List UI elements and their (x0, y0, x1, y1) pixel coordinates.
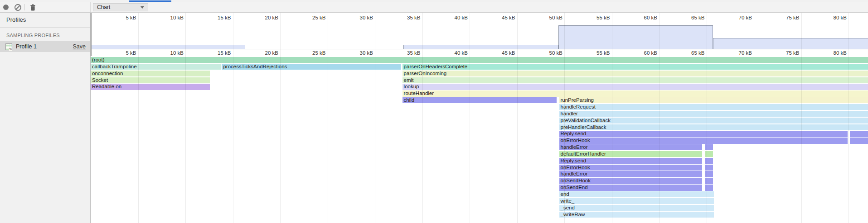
overview-ruler-tick: 60 kB (626, 15, 657, 20)
profile-name: Profile 1 (16, 43, 73, 50)
flamechart-ruler-tick: 10 kB (152, 50, 184, 56)
overview-memory-segment (713, 38, 868, 49)
flamechart-ruler-tick: 75 kB (768, 50, 800, 56)
flamechart-canvas: (root)callbackTrampolineprocessTicksAndR… (91, 57, 868, 223)
flame-bar[interactable] (705, 165, 713, 171)
flame-bar[interactable]: handleError (559, 171, 703, 177)
profiles-sidebar: Profiles SAMPLING PROFILES Profile 1 Sav… (0, 13, 91, 223)
clear-all-profiles-button[interactable] (12, 2, 24, 12)
record-icon (3, 5, 9, 10)
flame-bar[interactable]: defaultErrorHandler (559, 151, 703, 157)
sampling-profiles-section-title: SAMPLING PROFILES (0, 28, 90, 41)
overview-ruler-tick: 70 kB (720, 15, 752, 20)
flame-bar[interactable] (705, 171, 713, 177)
devtools-memory-sampling-profile: { "tab_strip": { "active_indicator_color… (0, 0, 868, 223)
flame-bar[interactable]: (root) (91, 57, 868, 63)
flame-bar[interactable]: end (559, 191, 714, 197)
overview-ruler-tick: 25 kB (294, 15, 326, 20)
overview-ruler-tick: 10 kB (152, 15, 184, 20)
content: Profiles SAMPLING PROFILES Profile 1 Sav… (0, 13, 868, 223)
flame-bar[interactable]: onSendEnd (559, 185, 703, 190)
tab-strip (0, 0, 868, 2)
overview-ruler-tick: 55 kB (578, 15, 610, 20)
flame-bar[interactable]: handleError (559, 144, 703, 150)
profiler-toolbar: Chart (0, 2, 868, 13)
trash-icon (30, 4, 36, 11)
flame-bar[interactable] (705, 178, 713, 184)
flamechart-ruler-tick: 80 kB (815, 50, 847, 56)
sidebar-item-profile-1[interactable]: Profile 1 Save (0, 41, 90, 52)
flame-bar[interactable]: Readable.on (91, 84, 210, 90)
overview-ruler-tick: 35 kB (389, 15, 421, 20)
flamechart-ruler-tick: 70 kB (720, 50, 752, 56)
overview-memory-segment (91, 45, 245, 49)
flame-bar[interactable]: onSendHook (559, 178, 703, 184)
overview-memory-segment (558, 25, 713, 49)
overview-ruler-tick: 20 kB (247, 15, 278, 20)
flame-bar[interactable] (705, 158, 713, 164)
flame-bar[interactable]: callbackTrampoline (91, 64, 221, 70)
flame-bar[interactable]: emit (402, 77, 868, 83)
flame-bar[interactable]: _writeRaw (559, 212, 714, 218)
view-mode-select[interactable]: Chart (93, 3, 148, 11)
toolbar-left-section (0, 2, 91, 12)
overview-ruler-tick: 65 kB (673, 15, 705, 20)
flame-bar[interactable]: preValidationCallback (559, 118, 868, 123)
flame-bar[interactable]: child (402, 97, 557, 103)
active-tab-indicator (129, 0, 171, 2)
overview-memory-segment (403, 45, 559, 49)
flame-bar[interactable]: _send (559, 205, 714, 211)
toolbar-main-section: Chart (91, 2, 868, 12)
flamechart-ruler-tick: 5 kB (105, 50, 136, 56)
overview-ruler-tick: 30 kB (341, 15, 373, 20)
flamechart-ruler: 5 kB10 kB15 kB20 kB25 kB30 kB35 kB40 kB4… (91, 49, 868, 57)
flame-bar[interactable]: parserOnIncoming (402, 71, 868, 76)
memory-overview-pane[interactable]: 5 kB10 kB15 kB20 kB25 kB30 kB35 kB40 kB4… (91, 13, 868, 49)
toolbar-separator (24, 4, 25, 10)
flamechart-ruler-tick: 30 kB (341, 50, 373, 56)
flame-bar[interactable]: onErrorHook (559, 165, 703, 171)
flame-bar[interactable] (705, 185, 713, 190)
overview-ruler-tick: 15 kB (199, 15, 231, 20)
flamechart-ruler-tick: 25 kB (294, 50, 326, 56)
flamechart-ruler-tick: 65 kB (673, 50, 705, 56)
flame-bar[interactable]: onconnection (91, 71, 210, 76)
flamechart-ruler-tick: 55 kB (578, 50, 610, 56)
flame-bar[interactable] (850, 131, 868, 137)
flame-bar[interactable]: handleRequest (559, 104, 868, 110)
profile-icon (5, 43, 12, 50)
flamechart-ruler-tick: 15 kB (199, 50, 231, 56)
overview-ruler-tick: 50 kB (531, 15, 563, 20)
flame-bar[interactable] (705, 144, 713, 150)
overview-ruler-tick: 80 kB (815, 15, 847, 20)
flame-bar[interactable] (705, 151, 713, 157)
flame-bar[interactable]: processTicksAndRejections (222, 64, 401, 70)
flame-bar[interactable]: write_ (559, 198, 714, 204)
flame-bar[interactable]: runPreParsing (559, 97, 868, 103)
flame-bar[interactable]: Reply.send (559, 158, 703, 164)
flame-bar[interactable]: routeHandler (402, 90, 868, 96)
flame-bar[interactable]: parserOnHeadersComplete (402, 64, 868, 70)
sidebar-header: Profiles (0, 13, 90, 28)
delete-profile-button[interactable] (27, 2, 39, 12)
view-mode-value: Chart (97, 4, 110, 10)
flamechart-pane: 5 kB10 kB15 kB20 kB25 kB30 kB35 kB40 kB4… (91, 13, 868, 223)
flamechart-ruler-tick: 40 kB (436, 50, 468, 56)
flame-bar[interactable]: Reply.send (559, 131, 848, 137)
flame-bar[interactable]: onErrorHook (559, 138, 848, 143)
overview-ruler-tick: 75 kB (768, 15, 800, 20)
flame-bar[interactable]: Socket (91, 77, 210, 83)
save-profile-link[interactable]: Save (73, 43, 86, 50)
overview-ruler-tick: 5 kB (105, 15, 136, 20)
record-heap-profile-button[interactable] (0, 2, 12, 12)
flamechart-ruler-tick: 45 kB (484, 50, 515, 56)
pane-resize-handle[interactable] (91, 13, 92, 56)
flame-bar[interactable]: lookup (402, 84, 868, 90)
flamechart-ruler-tick: 35 kB (389, 50, 421, 56)
flame-bar[interactable]: preHandlerCallback (559, 124, 868, 130)
flame-bar[interactable] (850, 138, 868, 143)
flame-bar[interactable]: handler (559, 111, 868, 117)
flamechart-ruler-tick: 60 kB (626, 50, 657, 56)
clear-icon (15, 4, 21, 11)
flamechart-ruler-tick: 50 kB (531, 50, 563, 56)
